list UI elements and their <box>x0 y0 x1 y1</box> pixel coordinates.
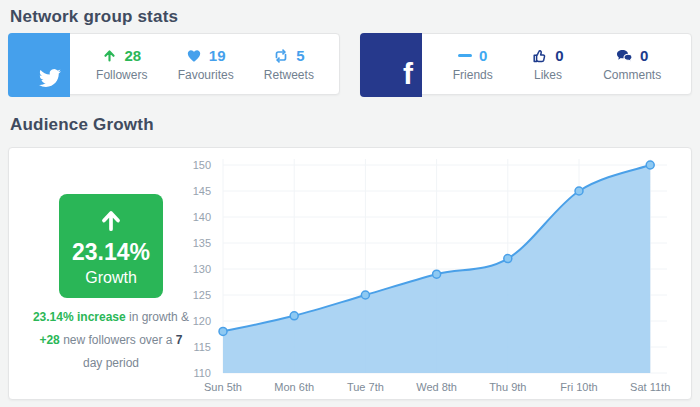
up-arrow-icon <box>102 48 117 63</box>
growth-caption: 23.14% increase in growth & +28 new foll… <box>21 306 201 375</box>
retweet-icon <box>273 48 289 64</box>
data-point[interactable] <box>433 270 441 278</box>
caption-increase: 23.14% increase <box>33 310 126 324</box>
stat-friends: 0 Friends <box>453 47 493 82</box>
stat-retweets: 5 Retweets <box>264 47 314 82</box>
stat-followers: 28 Followers <box>96 47 147 82</box>
audience-growth-title: Audience Growth <box>10 115 154 135</box>
facebook-stats-card: f 0 Friends 0 Likes <box>360 33 692 95</box>
y-tick-label: 135 <box>193 237 211 249</box>
favourites-value: 19 <box>209 47 226 64</box>
growth-summary-panel: 23.14% Growth <box>59 194 163 298</box>
followers-label: Followers <box>96 68 147 82</box>
x-tick-label: Sat 11th <box>630 381 670 393</box>
growth-label: Growth <box>59 269 163 287</box>
data-point[interactable] <box>504 255 512 263</box>
stat-likes: 0 Likes <box>532 47 563 82</box>
y-tick-label: 145 <box>193 185 211 197</box>
caption-line-1: 23.14% increase in growth & <box>21 306 201 329</box>
facebook-f-icon: f <box>403 59 413 89</box>
likes-label: Likes <box>532 68 563 82</box>
retweets-label: Retweets <box>264 68 314 82</box>
data-point[interactable] <box>290 312 298 320</box>
y-tick-label: 140 <box>193 211 211 223</box>
caption-line-2: +28 new followers over a 7 <box>21 329 201 352</box>
caption-rest1: in growth & <box>126 310 189 324</box>
y-tick-label: 130 <box>193 263 211 275</box>
likes-value: 0 <box>555 47 563 64</box>
data-point[interactable] <box>361 291 369 299</box>
twitter-logo-tile <box>8 33 70 97</box>
stat-favourites: 19 Favourites <box>178 47 234 82</box>
twitter-stats-card: 28 Followers 19 Favourites 5 Retweet <box>8 33 340 95</box>
followers-value: 28 <box>124 47 141 64</box>
data-point[interactable] <box>575 187 583 195</box>
growth-percent: 23.14% <box>59 239 163 266</box>
stat-comments: 0 Comments <box>603 47 661 82</box>
retweets-value: 5 <box>296 47 304 64</box>
x-tick-label: Mon 6th <box>274 381 314 393</box>
x-tick-label: Sun 5th <box>204 381 242 393</box>
favourites-label: Favourites <box>178 68 234 82</box>
caption-new-followers: +28 <box>39 333 59 347</box>
comments-value: 0 <box>640 47 648 64</box>
comments-icon <box>616 48 633 64</box>
x-tick-label: Tue 7th <box>347 381 384 393</box>
y-tick-label: 110 <box>193 367 211 379</box>
friends-value: 0 <box>479 47 487 64</box>
thumbs-up-icon <box>532 48 548 64</box>
friends-label: Friends <box>453 68 493 82</box>
audience-growth-chart[interactable]: 110115120125130135140145150Sun 5thMon 6t… <box>185 151 687 399</box>
y-tick-label: 115 <box>193 341 211 353</box>
caption-days: 7 <box>176 333 183 347</box>
dash-icon <box>458 54 472 57</box>
y-tick-label: 120 <box>193 315 211 327</box>
comments-label: Comments <box>603 68 661 82</box>
up-arrow-icon <box>98 207 124 233</box>
twitter-bird-icon <box>39 67 61 89</box>
x-tick-label: Thu 9th <box>489 381 526 393</box>
y-tick-label: 125 <box>193 289 211 301</box>
y-tick-label: 150 <box>193 159 211 171</box>
caption-rest2: new followers over a <box>60 333 176 347</box>
network-stats-title: Network group stats <box>10 7 178 27</box>
audience-growth-card: 23.14% Growth 23.14% increase in growth … <box>8 147 692 400</box>
x-tick-label: Fri 10th <box>560 381 597 393</box>
data-point[interactable] <box>219 327 227 335</box>
heart-icon <box>186 48 202 64</box>
x-tick-label: Wed 8th <box>416 381 457 393</box>
facebook-logo-tile: f <box>360 33 422 97</box>
caption-line-3: day period <box>21 352 201 375</box>
data-point[interactable] <box>646 161 654 169</box>
